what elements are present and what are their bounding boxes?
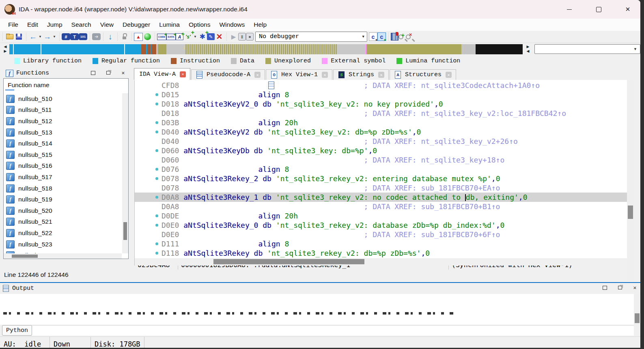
create-data-icon[interactable] <box>166 34 176 40</box>
disassembly-hscrollbar[interactable] <box>135 258 627 265</box>
output-log[interactable]: IDAPython 64-bit v7.4.0 final (serial 0)… <box>0 294 634 325</box>
disasm-line[interactable]: D118 aNtSqlite3Rekey db 'nt_sqlite3_reke… <box>135 248 627 258</box>
function-list-item[interactable]: fnullsub_520 <box>4 205 122 216</box>
navigate-back-dropdown-icon[interactable] <box>38 32 43 41</box>
menu-item-view[interactable]: View <box>96 20 118 30</box>
create-name-icon[interactable] <box>176 33 183 40</box>
disasm-line[interactable]: D078 aNtSqlite3Rekey_2 db 'nt_sqlite3_re… <box>135 174 627 183</box>
tab-close-icon[interactable] <box>254 72 261 78</box>
band-segment[interactable] <box>461 44 475 54</box>
disasm-line[interactable]: D060 ; DATA XREF: nt_sqlite3_key+18↑o <box>135 155 627 165</box>
stop-process-icon[interactable] <box>246 33 254 41</box>
disasm-line[interactable]: D078 ; DATA XREF: sub_181FBCB70+EA↑o <box>135 183 627 193</box>
cli-language-button[interactable]: Python <box>2 325 32 336</box>
search-binary-icon[interactable] <box>79 33 87 40</box>
disasm-line[interactable]: D040 aNtSqlite3KeyV2 db 'nt_sqlite3_key_… <box>135 127 627 137</box>
menu-item-edit[interactable]: Edit <box>23 20 43 30</box>
band-segment[interactable] <box>337 44 365 54</box>
band-segment[interactable] <box>366 44 462 54</box>
scrollbar-thumb[interactable] <box>12 255 38 258</box>
search-text-icon[interactable] <box>70 33 79 40</box>
tab-ida-view-a[interactable]: IDA View-A <box>134 68 190 80</box>
functions-column-header[interactable]: Function name <box>4 79 128 90</box>
tab-close-icon[interactable] <box>180 71 186 77</box>
function-list-item[interactable]: fnullsub_519 <box>4 194 122 205</box>
band-segment[interactable] <box>185 44 337 54</box>
panel-close-icon[interactable] <box>632 285 638 291</box>
disassembly-vscrollbar[interactable] <box>627 80 634 281</box>
search-immediate-icon[interactable] <box>62 33 70 40</box>
disassembly-listing[interactable]: CFD8 ; DATA XREF: nt_sqlite3CodecAttach+… <box>135 80 627 261</box>
disasm-line[interactable]: D018 aNtSqlite3KeyV2_0 db 'nt_sqlite3_ke… <box>135 99 627 109</box>
disasm-line[interactable]: D018 ; DATA XREF: nt_sqlite3_key_v2:loc_… <box>135 109 627 118</box>
function-list-item[interactable]: fnullsub_514 <box>4 138 122 149</box>
watch-add-icon[interactable] <box>398 34 403 39</box>
function-list-item[interactable]: fnullsub_513 <box>4 127 122 138</box>
navigate-back-icon[interactable] <box>28 32 38 41</box>
tab-close-icon[interactable] <box>322 72 328 78</box>
disasm-line[interactable]: D0E0 ; DATA XREF: sub_181FBCB70+6F↑o <box>135 230 627 239</box>
function-list-item[interactable]: fnullsub_524 <box>4 250 122 253</box>
tab-hex-view-1[interactable]: Hex View-1 <box>266 69 332 80</box>
jump-to-address-icon[interactable] <box>106 32 115 41</box>
menu-item-lumina[interactable]: Lumina <box>155 20 184 30</box>
disasm-line[interactable]: D03B align 20h <box>135 118 627 127</box>
functions-hscrollbar[interactable] <box>4 253 122 259</box>
menu-item-jump[interactable]: Jump <box>43 20 67 30</box>
panel-restore-icon[interactable] <box>617 285 623 291</box>
debugger-select[interactable]: No debugger ▼ <box>255 32 367 42</box>
function-list-item[interactable]: fnullsub_511 <box>4 105 122 116</box>
band-segment[interactable] <box>9 44 141 54</box>
scrollbar-thumb[interactable] <box>628 206 633 219</box>
minimize-icon[interactable] <box>564 4 575 15</box>
disasm-line[interactable]: D040 ; DATA XREF: nt_sqlite3_key_v2+26↑o <box>135 137 627 146</box>
band-segment[interactable] <box>147 44 151 54</box>
close-icon[interactable] <box>622 4 633 15</box>
function-list-item[interactable]: fnullsub_518 <box>4 183 122 194</box>
watch-delete-icon[interactable] <box>406 34 411 39</box>
tab-close-icon[interactable] <box>378 72 384 78</box>
function-list-item[interactable]: fnullsub_523 <box>4 239 122 250</box>
tab-pseudocode-a[interactable]: Pseudocode-A <box>191 69 265 80</box>
create-string-dropdown-icon[interactable] <box>193 32 198 41</box>
lock-highlight-icon[interactable] <box>120 32 129 41</box>
tab-close-icon[interactable] <box>446 72 452 78</box>
panel-maximize-icon[interactable] <box>90 70 96 76</box>
band-segment[interactable] <box>151 44 156 54</box>
disasm-line[interactable]: D015 align 8 <box>135 90 627 99</box>
disasm-line[interactable]: D0E0 aNtSqlite3Rekey_0 db 'nt_sqlite3_re… <box>135 221 627 230</box>
navigate-forward-dropdown-icon[interactable] <box>52 32 57 41</box>
menu-item-file[interactable]: File <box>4 20 23 30</box>
navigate-forward-icon[interactable] <box>43 32 52 41</box>
tab-strings[interactable]: Strings <box>333 69 389 80</box>
scrollbar-thumb[interactable] <box>123 222 127 240</box>
save-icon[interactable] <box>14 32 24 41</box>
disasm-line[interactable]: D0DE align 20h <box>135 211 627 221</box>
menu-item-help[interactable]: Help <box>249 20 271 30</box>
band-zoom-select[interactable] <box>534 44 640 54</box>
panel-close-icon[interactable] <box>120 70 126 76</box>
disasm-line[interactable]: D0A8 aNtSqlite3Rekey_1 db 'nt_sqlite3_re… <box>135 193 627 202</box>
output-vscrollbar[interactable] <box>634 294 640 325</box>
tab-structures[interactable]: Structures <box>390 69 456 80</box>
function-list-item[interactable]: fnullsub_517 <box>4 171 122 183</box>
menu-item-options[interactable]: Options <box>184 20 215 30</box>
functions-vscrollbar[interactable] <box>122 93 128 253</box>
edit-item-icon[interactable] <box>207 33 215 40</box>
start-process-icon[interactable] <box>229 32 238 41</box>
quick-debug-view-icon[interactable] <box>369 32 377 41</box>
maximize-icon[interactable] <box>593 4 604 15</box>
scrollbar-thumb[interactable] <box>635 313 640 323</box>
debugger-options-icon[interactable] <box>391 33 398 41</box>
band-segment[interactable] <box>141 44 146 54</box>
disasm-line[interactable]: D060 aNtSqlite3KeyDb db 'nt_sqlite3_key:… <box>135 146 627 155</box>
analysis-indicator-icon[interactable] <box>143 32 152 41</box>
band-scroll-left[interactable]: ◀▶ <box>2 45 8 54</box>
pause-process-icon[interactable] <box>238 33 246 41</box>
function-list-item[interactable]: fnullsub_516 <box>4 161 122 172</box>
source-level-debug-icon[interactable] <box>377 32 386 41</box>
panel-maximize-icon[interactable] <box>602 285 608 291</box>
menu-item-search[interactable]: Search <box>67 20 96 30</box>
create-struct-icon[interactable] <box>198 32 207 41</box>
functions-panel-titlebar[interactable]: f Functions <box>3 68 129 78</box>
